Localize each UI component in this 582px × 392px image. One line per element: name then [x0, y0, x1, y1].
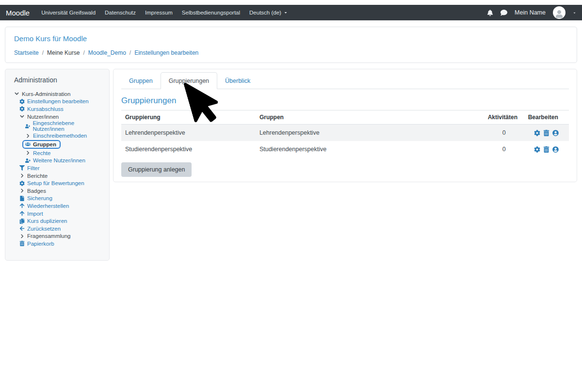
arrow-left-icon: [19, 226, 25, 231]
chevron-right-icon: [19, 173, 25, 178]
chevron-down-icon: [19, 114, 25, 119]
chat-icon[interactable]: [501, 9, 507, 16]
tab-gruppen[interactable]: Gruppen: [121, 73, 161, 89]
upload-icon: [19, 211, 25, 216]
avatar[interactable]: [553, 6, 566, 19]
language-menu[interactable]: Deutsch (de): [249, 10, 288, 16]
nav-item-impressum[interactable]: Impressum: [145, 10, 173, 16]
sidebar-item-import[interactable]: Import: [14, 210, 103, 218]
sidebar-item-zuruecksetzen[interactable]: Zurücksetzen: [14, 225, 103, 233]
column-header-gruppierung: Gruppierung: [121, 110, 256, 125]
row-actions: [528, 130, 565, 136]
grouping-groups: Studierendenperspektive: [256, 141, 484, 157]
sidebar-item-badges[interactable]: Badges: [14, 187, 103, 195]
moodle-brand[interactable]: Moodle: [6, 9, 30, 17]
user-circle-icon[interactable]: [552, 130, 559, 136]
sidebar-item-label: Fragensammlung: [27, 233, 70, 239]
grouping-activities-count: 0: [484, 125, 524, 141]
sidebar-item-kursabschluss[interactable]: Kursabschluss: [14, 105, 103, 113]
nav-item-selbstbedienungsportal[interactable]: Selbstbedienungsportal: [182, 10, 240, 16]
upload-icon: [19, 203, 25, 208]
sidebar-item-label: Kursabschluss: [27, 106, 64, 112]
sidebar-item-filter[interactable]: Filter: [14, 164, 103, 172]
sidebar-item-label: Badges: [27, 188, 46, 194]
sidebar-item-label: Filter: [27, 165, 40, 171]
breadcrumb-einstellungen-bearbeiten[interactable]: Einstellungen bearbeiten: [134, 49, 198, 56]
grouping-activities-count: 0: [484, 141, 524, 157]
user-circle-icon[interactable]: [552, 146, 559, 153]
breadcrumb-separator: /: [83, 49, 84, 56]
chevron-right-icon: [25, 150, 31, 156]
administration-tree: Kurs-Administration Einstellungen bearbe…: [14, 90, 103, 248]
sidebar-item-label: Gruppen: [33, 141, 56, 147]
sidebar-item-label: Eingeschriebene Nutzer/innen: [32, 120, 103, 132]
section-heading: Gruppierungen: [121, 96, 569, 106]
gear-icon: [19, 106, 25, 111]
users-icon: [25, 141, 31, 147]
user-name[interactable]: Mein Name: [515, 9, 546, 16]
tab-gruppierungen[interactable]: Gruppierungen: [161, 72, 217, 89]
breadcrumb-separator: /: [129, 49, 131, 56]
sidebar-item-label: Wiederherstellen: [27, 203, 69, 209]
sidebar-item-berichte[interactable]: Berichte: [14, 172, 103, 180]
sidebar-item-label: Rechte: [33, 150, 50, 156]
sidebar-item-wiederherstellen[interactable]: Wiederherstellen: [14, 202, 103, 210]
table-row: Studierendenperspektive Studierendenpers…: [121, 141, 569, 157]
course-header-card: Demo Kurs für Moodle Startseite / Meine …: [5, 27, 577, 63]
sidebar-item-label: Einstellungen bearbeiten: [27, 98, 89, 104]
gear-icon[interactable]: [534, 146, 540, 153]
trash-icon[interactable]: [543, 146, 550, 153]
bell-icon[interactable]: [487, 10, 493, 16]
user-plus-icon: [25, 158, 31, 163]
groupings-panel: Gruppen Gruppierungen Überblick Gruppier…: [113, 69, 577, 182]
sidebar-item-nutzer-innen[interactable]: Nutzer/innen: [14, 113, 103, 121]
filter-icon: [19, 165, 25, 171]
sidebar-item-label: Einschreibemethoden: [33, 133, 87, 139]
sidebar-item-einschreibemethoden[interactable]: Einschreibemethoden: [14, 132, 103, 140]
user-menu-caret-icon[interactable]: [573, 11, 576, 15]
groupings-table: Gruppierung Gruppen Aktivitäten Bearbeit…: [121, 110, 569, 157]
sidebar-item-setup-bewertungen[interactable]: Setup für Bewertungen: [14, 179, 103, 187]
grouping-name: Lehrendenperspektive: [121, 125, 256, 141]
sidebar-item-papierkorb[interactable]: Papierkorb: [14, 240, 103, 248]
sidebar-item-eingeschriebene-nutzer[interactable]: Eingeschriebene Nutzer/innen: [14, 120, 103, 132]
page-title: Demo Kurs für Moodle: [14, 34, 568, 43]
sidebar-item-kurs-duplizieren[interactable]: Kurs duplizieren: [14, 217, 103, 225]
table-row: Lehrendenperspektive Lehrendenperspektiv…: [121, 125, 569, 141]
sidebar-item-label: Weitere Nutzer/innen: [33, 157, 85, 163]
sidebar-item-einstellungen-bearbeiten[interactable]: Einstellungen bearbeiten: [14, 98, 103, 106]
sidebar-item-sicherung[interactable]: Sicherung: [14, 195, 103, 203]
create-grouping-button[interactable]: Gruppierung anlegen: [121, 162, 192, 177]
sidebar-item-label: Nutzer/innen: [27, 114, 59, 120]
file-icon: [19, 196, 25, 201]
sidebar-item-kurs-administration[interactable]: Kurs-Administration: [14, 90, 103, 98]
sidebar-item-label: Zurücksetzen: [27, 226, 61, 232]
nav-item-universitaet-greifswald[interactable]: Universität Greifswald: [41, 10, 96, 16]
caret-down-icon: [284, 11, 288, 15]
sidebar-item-label: Kurs-Administration: [22, 91, 70, 97]
trash-icon: [19, 241, 25, 246]
copy-icon: [19, 219, 25, 224]
sidebar-item-rechte[interactable]: Rechte: [14, 149, 103, 157]
tab-ueberblick[interactable]: Überblick: [217, 73, 258, 89]
sidebar-item-weitere-nutzer[interactable]: Weitere Nutzer/innen: [14, 157, 103, 165]
sidebar-item-fragensammlung[interactable]: Fragensammlung: [14, 233, 103, 240]
column-header-bearbeiten: Bearbeiten: [524, 110, 569, 125]
sidebar-item-gruppen[interactable]: Gruppen: [14, 140, 103, 149]
breadcrumb-startseite[interactable]: Startseite: [14, 49, 39, 56]
sidebar-item-label: Import: [27, 211, 43, 217]
row-actions: [528, 146, 565, 153]
administration-title: Administration: [14, 76, 103, 84]
breadcrumb-separator: /: [42, 49, 44, 56]
sidebar-item-label: Kurs duplizieren: [27, 218, 67, 224]
breadcrumb-moodle-demo[interactable]: Moodle_Demo: [88, 49, 126, 56]
gruppen-highlight-box: Gruppen: [22, 140, 61, 149]
column-header-aktivitaeten: Aktivitäten: [484, 110, 524, 125]
gear-icon[interactable]: [534, 130, 540, 136]
chevron-right-icon: [25, 133, 31, 139]
tabs-bar: Gruppen Gruppierungen Überblick: [121, 72, 569, 89]
nav-item-datenschutz[interactable]: Datenschutz: [105, 10, 136, 16]
language-menu-label: Deutsch (de): [249, 10, 281, 16]
user-icon: [555, 10, 563, 18]
trash-icon[interactable]: [543, 130, 550, 136]
